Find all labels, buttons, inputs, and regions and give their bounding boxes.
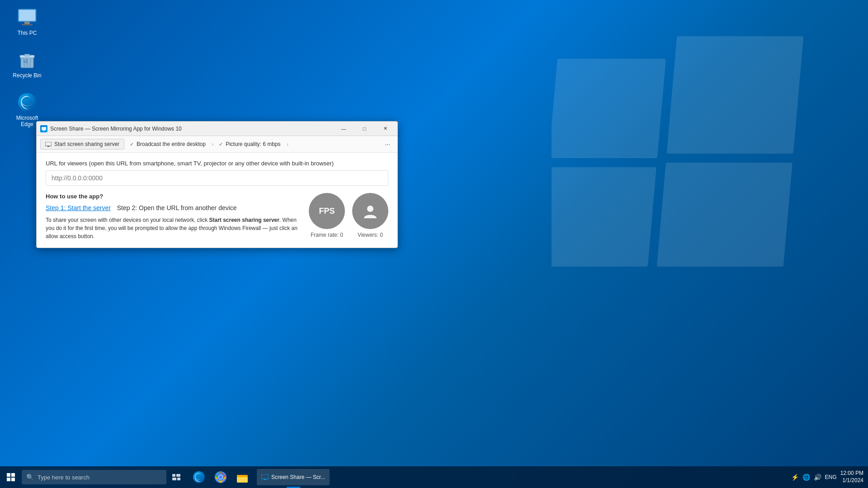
desktop-icon-recycle-bin[interactable]: ♻ Recycle Bin <box>9 47 45 80</box>
viewers-circle <box>352 193 388 229</box>
edge-app-icon <box>193 471 205 483</box>
svg-point-18 <box>367 206 373 212</box>
viewers-stat: Viewers: 0 <box>352 193 388 238</box>
tray-clock[interactable]: 12:00 PM 1/1/2024 <box>840 470 863 484</box>
desktop-icon-this-pc-label: This PC <box>18 30 37 36</box>
app-window: Screen Share — Screen Mirroring App for … <box>36 121 398 248</box>
viewers-label: Viewers: 0 <box>358 232 383 238</box>
how-to-title: How to use the app? <box>46 193 300 200</box>
svg-rect-6 <box>24 22 30 24</box>
screenshare-taskbar-btn[interactable]: Screen Share — Scr... <box>257 469 330 485</box>
svg-rect-14 <box>43 130 45 131</box>
url-input[interactable] <box>46 170 388 186</box>
broadcast-label: Broadcast the entire desktop <box>137 141 206 147</box>
window-title: Screen Share — Screen Mirroring App for … <box>50 126 182 132</box>
description-bold: Start screen sharing server <box>209 217 279 223</box>
how-to-description: To share your screen with other devices … <box>46 216 300 240</box>
broadcast-check: ✓ <box>130 141 134 147</box>
taskbar-app-edge[interactable] <box>188 466 210 488</box>
start-button[interactable] <box>0 466 22 488</box>
quality-check: ✓ <box>219 141 223 147</box>
svg-rect-5 <box>19 10 35 21</box>
svg-rect-21 <box>172 478 176 480</box>
desktop-icons: This PC ♻ Recycle Bin <box>9 5 45 129</box>
svg-rect-13 <box>42 127 46 130</box>
screenshare-taskbar-icon <box>261 474 269 480</box>
quality-chevron-icon: › <box>287 142 288 147</box>
tray-time-display: 12:00 PM <box>840 470 863 477</box>
taskbar: 🔍 Type here to search <box>0 466 868 488</box>
window-controls: — □ ✕ <box>333 122 396 136</box>
svg-rect-1 <box>667 36 804 154</box>
taskbar-search[interactable]: 🔍 Type here to search <box>22 470 166 484</box>
how-to-section: How to use the app? Step 1: Start the se… <box>46 193 388 240</box>
start-sharing-button[interactable]: Start screen sharing server <box>40 139 124 150</box>
description-part1: To share your screen with other devices … <box>46 217 209 223</box>
svg-rect-7 <box>22 24 33 25</box>
bluetooth-icon[interactable]: ⚡ <box>791 474 799 481</box>
taskbar-app-screenshare[interactable]: Screen Share — Scr... <box>253 466 333 488</box>
svg-rect-31 <box>261 474 269 479</box>
svg-rect-3 <box>657 163 793 267</box>
task-view-icon <box>172 474 180 480</box>
start-sharing-label: Start screen sharing server <box>54 141 119 147</box>
svg-rect-30 <box>237 476 248 477</box>
tray-date-display: 1/1/2024 <box>842 477 863 484</box>
step1-link[interactable]: Step 1: Start the server <box>46 204 111 211</box>
svg-rect-32 <box>264 479 266 480</box>
volume-icon[interactable]: 🔊 <box>814 474 821 481</box>
user-icon <box>362 203 378 219</box>
minimize-button[interactable]: — <box>333 122 354 136</box>
svg-rect-10 <box>24 54 30 56</box>
fps-circle: FPS <box>309 193 345 229</box>
close-button[interactable]: ✕ <box>375 122 396 136</box>
desktop-icon-this-pc[interactable]: This PC <box>9 5 45 38</box>
svg-point-23 <box>193 471 205 483</box>
maximize-button[interactable]: □ <box>354 122 375 136</box>
monitor-icon <box>45 142 52 147</box>
chrome-app-icon <box>214 471 227 483</box>
taskbar-app-chrome[interactable] <box>210 466 231 488</box>
svg-rect-19 <box>172 474 175 477</box>
taskbar-apps: Screen Share — Scr... <box>188 466 333 488</box>
task-view-button[interactable] <box>166 466 186 488</box>
how-to-text: How to use the app? Step 1: Start the se… <box>46 193 300 240</box>
network-icon[interactable]: 🌐 <box>802 474 810 481</box>
how-to-steps: Step 1: Start the server Step 2: Open th… <box>46 204 300 211</box>
explorer-app-icon <box>236 471 249 483</box>
quality-item[interactable]: ✓ Picture quality: 6 mbps <box>215 139 284 149</box>
window-title-left: Screen Share — Screen Mirroring App for … <box>40 125 182 132</box>
stats-section: FPS Frame rate: 0 Viewers: 0 <box>309 193 388 238</box>
broadcast-item[interactable]: ✓ Broadcast the entire desktop <box>126 139 209 149</box>
svg-rect-29 <box>237 476 248 483</box>
quality-label: Picture quality: 6 mbps <box>226 141 280 147</box>
screenshare-taskbar-label: Screen Share — Scr... <box>271 474 325 480</box>
window-content: URL for viewers (open this URL from smar… <box>37 153 397 248</box>
desktop: This PC ♻ Recycle Bin <box>0 0 868 488</box>
language-indicator[interactable]: ENG <box>825 474 837 480</box>
taskbar-search-placeholder: Type here to search <box>38 474 90 481</box>
window-app-icon <box>40 125 47 132</box>
svg-rect-0 <box>552 59 666 158</box>
search-icon: 🔍 <box>26 474 34 481</box>
more-button[interactable]: ··· <box>381 139 394 150</box>
svg-rect-22 <box>177 478 180 480</box>
taskbar-app-explorer[interactable] <box>231 466 253 488</box>
fps-label: FPS <box>319 206 335 216</box>
fps-stat: FPS Frame rate: 0 <box>309 193 345 238</box>
url-label: URL for viewers (open this URL from smar… <box>46 160 388 167</box>
window-toolbar: Start screen sharing server ✓ Broadcast … <box>37 136 397 153</box>
broadcast-chevron-icon: › <box>212 142 213 147</box>
svg-text:♻: ♻ <box>24 58 28 65</box>
windows-logo-icon <box>7 473 15 481</box>
svg-point-27 <box>219 475 222 479</box>
desktop-icon-recycle-bin-label: Recycle Bin <box>13 72 41 79</box>
svg-rect-16 <box>47 146 49 147</box>
svg-rect-15 <box>45 142 52 146</box>
taskbar-tray: ⚡ 🌐 🔊 ENG 12:00 PM 1/1/2024 <box>791 470 868 484</box>
window-titlebar: Screen Share — Screen Mirroring App for … <box>37 122 397 136</box>
svg-rect-20 <box>176 474 180 477</box>
step-separator: Step 2: Open the URL from another device <box>113 204 237 211</box>
frame-rate-label: Frame rate: 0 <box>311 232 343 238</box>
svg-rect-2 <box>552 167 656 267</box>
